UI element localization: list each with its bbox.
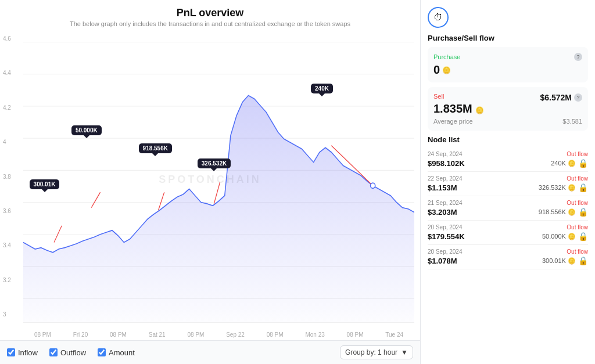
- y-label-1: 4.6: [3, 35, 11, 42]
- inflow-checkbox[interactable]: [7, 348, 15, 356]
- node-action-icon[interactable]: 🔒: [578, 183, 588, 192]
- page-subtitle: The below graph only includes the transa…: [0, 20, 420, 27]
- node-date-row: 22 Sep, 2024 Out flow: [428, 175, 588, 182]
- node-amount-row: $1.153M 326.532K 🪙 🔒: [428, 183, 588, 192]
- chart-area: 4.6 4.4 4.2 4 3.8 3.6 3.4 3.2 3: [0, 30, 420, 329]
- node-flow-label: Out flow: [567, 151, 588, 157]
- node-token: 50.000K 🪙: [542, 233, 576, 240]
- node-amount-row: $179.554K 50.000K 🪙 🔒: [428, 232, 588, 241]
- x-label-3: 08 PM: [110, 331, 127, 338]
- node-action-icon[interactable]: 🔒: [578, 207, 588, 217]
- sell-usd-value: $6.572M: [540, 93, 572, 102]
- node-amount-row: $958.102K 240K 🪙 🔒: [428, 158, 588, 168]
- svg-line-11: [91, 192, 100, 207]
- list-item: 20 Sep, 2024 Out flow $179.554K 50.000K …: [428, 221, 588, 245]
- page-title: PnL overview: [0, 7, 420, 19]
- token-symbol-icon: ⏱: [433, 12, 443, 23]
- amount-label: Amount: [109, 348, 135, 357]
- node-amount: $958.102K: [428, 159, 465, 168]
- node-flow-label: Out flow: [567, 224, 588, 230]
- sell-info-icon[interactable]: ?: [574, 93, 582, 102]
- chart-label-240k: 240K: [311, 84, 333, 93]
- node-action-icon[interactable]: 🔒: [578, 256, 588, 265]
- sell-block: Sell $6.572M ? 1.835M 🪙 Average price $3…: [428, 87, 588, 131]
- svg-point-15: [371, 183, 375, 188]
- amount-checkbox[interactable]: [98, 348, 106, 356]
- x-label-1: 08 PM: [34, 331, 51, 338]
- node-date: 24 Sep, 2024: [428, 151, 463, 157]
- purchase-value: 0 🪙: [433, 63, 582, 77]
- outflow-label: Outflow: [60, 348, 86, 357]
- list-item: 20 Sep, 2024 Out flow $1.078M 300.01K 🪙 …: [428, 245, 588, 269]
- inflow-filter[interactable]: Inflow: [7, 348, 38, 357]
- y-axis: 4.6 4.4 4.2 4 3.8 3.6 3.4 3.2 3: [3, 35, 11, 318]
- node-date: 22 Sep, 2024: [428, 175, 463, 182]
- node-date: 21 Sep, 2024: [428, 200, 463, 206]
- node-list-title: Node list: [428, 135, 588, 144]
- chart-label-326k: 326.532K: [198, 158, 231, 168]
- outflow-filter[interactable]: Outflow: [49, 348, 86, 357]
- chevron-down-icon: ▼: [401, 348, 408, 356]
- node-amount-row: $3.203M 918.556K 🪙 🔒: [428, 207, 588, 217]
- node-token-group: 326.532K 🪙 🔒: [539, 183, 588, 192]
- node-flow-label: Out flow: [567, 248, 588, 255]
- section-title: Purchase/Sell flow: [428, 34, 588, 42]
- node-amount: $179.554K: [428, 232, 465, 241]
- amount-filter[interactable]: Amount: [98, 348, 135, 357]
- purchase-info-icon[interactable]: ?: [574, 53, 582, 61]
- group-by-selector[interactable]: Group by: 1 hour ▼: [340, 345, 413, 359]
- chart-label-300k: 300.01K: [30, 179, 60, 189]
- node-token: 240K 🪙: [551, 160, 576, 167]
- x-label-4: Sat 21: [149, 331, 166, 338]
- sell-header-row: Sell $6.572M ?: [433, 93, 582, 102]
- x-label-9: 08 PM: [347, 331, 364, 338]
- chart-footer: Inflow Outflow Amount Group by: 1 hour ▼: [0, 340, 420, 364]
- sell-amount: 1.835M: [433, 102, 472, 115]
- node-date: 20 Sep, 2024: [428, 248, 463, 255]
- left-panel: PnL overview The below graph only includ…: [0, 0, 421, 364]
- node-action-icon[interactable]: 🔒: [578, 232, 588, 241]
- node-flow-label: Out flow: [567, 175, 588, 182]
- purchase-amount: 0: [433, 63, 440, 77]
- node-amount: $1.153M: [428, 183, 457, 192]
- y-label-6: 3.6: [3, 208, 11, 214]
- purchase-coin-icon: 🪙: [442, 66, 451, 74]
- inflow-label: Inflow: [18, 348, 38, 357]
- right-panel: ⏱ Purchase/Sell flow Purchase ? 0 🪙 Sell…: [421, 0, 595, 364]
- node-token-group: 300.01K 🪙 🔒: [542, 256, 588, 265]
- x-label-8: Mon 23: [305, 331, 324, 338]
- purchase-block: Purchase ? 0 🪙: [428, 47, 588, 82]
- node-date-row: 21 Sep, 2024 Out flow: [428, 200, 588, 206]
- node-token: 326.532K 🪙: [539, 184, 576, 192]
- node-date-row: 20 Sep, 2024 Out flow: [428, 248, 588, 255]
- node-date: 20 Sep, 2024: [428, 224, 463, 230]
- avg-price-row: Average price $3.581: [433, 118, 582, 125]
- sell-label: Sell: [433, 93, 444, 100]
- x-label-10: Tue 24: [385, 331, 403, 338]
- list-item: 21 Sep, 2024 Out flow $3.203M 918.556K 🪙…: [428, 196, 588, 221]
- chart-label-50k: 50.000K: [71, 125, 102, 135]
- avg-price-label: Average price: [433, 118, 473, 125]
- sell-token-value: 1.835M 🪙: [433, 102, 582, 116]
- node-amount: $1.078M: [428, 257, 457, 265]
- node-token: 300.01K 🪙: [542, 257, 576, 265]
- node-action-icon[interactable]: 🔒: [578, 158, 588, 168]
- avg-price-value: $3.581: [562, 118, 582, 125]
- x-label-7: 08 PM: [267, 331, 284, 338]
- node-token-group: 918.556K 🪙 🔒: [539, 207, 588, 217]
- node-token-group: 240K 🪙 🔒: [551, 158, 588, 168]
- price-chart: [23, 35, 414, 329]
- node-token: 918.556K 🪙: [539, 208, 576, 216]
- group-by-label: Group by: 1 hour: [345, 348, 397, 356]
- outflow-checkbox[interactable]: [49, 348, 58, 356]
- sell-coin-icon: 🪙: [475, 106, 484, 114]
- purchase-label-row: Purchase ?: [433, 53, 582, 61]
- token-icon: ⏱: [428, 7, 449, 28]
- list-item: 22 Sep, 2024 Out flow $1.153M 326.532K 🪙…: [428, 172, 588, 196]
- list-item: 24 Sep, 2024 Out flow $958.102K 240K 🪙 🔒: [428, 147, 588, 172]
- y-label-8: 3.2: [3, 277, 11, 283]
- node-amount: $3.203M: [428, 208, 457, 217]
- node-date-row: 24 Sep, 2024 Out flow: [428, 151, 588, 157]
- purchase-label: Purchase: [433, 53, 460, 60]
- y-label-3: 4.2: [3, 104, 11, 111]
